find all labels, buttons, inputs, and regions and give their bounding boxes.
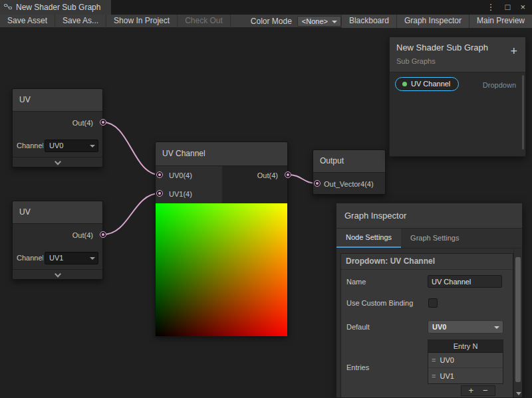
entries-list-header: Entry N [428,340,503,353]
port-uvchannel-in-uv1[interactable] [156,190,163,197]
default-dropdown[interactable]: UV0 [428,320,503,334]
drag-handle-icon[interactable]: = [428,356,440,364]
maximize-icon[interactable]: □ [505,0,511,15]
blackboard-title: New Shader Sub Graph [396,43,488,52]
shader-graph-icon [4,1,12,13]
tab-node-settings[interactable]: Node Settings [336,229,401,248]
port-uvchannel-out[interactable] [285,171,291,178]
add-property-button[interactable]: + [510,45,517,57]
use-custom-binding-checkbox[interactable] [428,298,438,308]
uv-preview-gradient [156,203,287,336]
entry-row-uv0[interactable]: = UV0 [428,353,503,368]
node-title[interactable]: UV [13,201,102,224]
save-as-button[interactable]: Save As... [55,15,106,28]
titlebar: New Shader Sub Graph ⋮ □ × [0,0,532,15]
node-title[interactable]: UV Channel [156,142,287,166]
entry-label: UV0 [440,356,454,364]
name-label: Name [346,277,366,286]
node-title[interactable]: UV [13,89,102,112]
node-uv-top[interactable]: UV Out(4) Channel UV0 [12,88,103,167]
blackboard-header[interactable]: New Shader Sub Graph Sub Graphs + [390,37,525,72]
name-input[interactable] [428,275,502,288]
channel-row: Channel UV1 [13,247,102,269]
node-output-row: Out(4) [13,224,102,247]
use-custom-binding-label: Use Custom Binding [346,298,420,308]
channel-label: Channel [17,142,43,149]
name-field-row: Name [341,275,513,296]
entry-label: UV1 [440,372,454,380]
node-output[interactable]: Output Out_Vector4(4) [313,149,386,195]
collapse-strip[interactable] [13,269,102,280]
dropdown-settings-group: Dropdown: UV Channel Name Use Custom Bin… [340,253,513,398]
chevron-down-icon [494,326,499,329]
blackboard-item-label: UV Channel [411,80,450,88]
custom-binding-row: Use Custom Binding [341,296,513,320]
toolbar-right-group: Blackboard Graph Inspector Main Preview [341,15,532,28]
check-out-button: Check Out [178,15,231,28]
color-mode-dropdown[interactable]: <None> [297,16,341,27]
entries-list-footer: + − [461,385,495,396]
output-row: Out(4) [257,166,278,185]
node-uv-channel[interactable]: UV Channel UV0(4) UV1(4) Out(4) [155,142,288,336]
close-icon[interactable]: × [520,0,525,15]
window-controls: ⋮ □ × [487,0,532,15]
entries-label: Entries [346,363,369,371]
scroll-down-arrow-icon[interactable] [516,392,521,395]
node-uv-bottom[interactable]: UV Out(4) Channel UV1 [12,201,103,280]
blackboard-content: UV Channel Dropdown [390,72,525,156]
input-row-uv1: UV1(4) [156,185,222,203]
edge-uv0-to-uvchannel[interactable] [103,122,160,175]
blackboard-panel: New Shader Sub Graph Sub Graphs + UV Cha… [389,37,526,157]
channel-value: UV0 [49,142,63,149]
remove-entry-button[interactable]: − [483,386,488,395]
save-asset-button[interactable]: Save Asset [0,15,55,28]
collapse-chevron-icon [55,271,61,278]
blackboard-item-type: Dropdown [483,81,516,89]
chevron-down-icon [332,21,337,23]
default-value: UV0 [432,323,446,331]
inspector-title[interactable]: Graph Inspector [336,203,522,229]
add-entry-button[interactable]: + [468,386,473,395]
toolbar: Save Asset Save As... Show In Project Ch… [0,15,532,28]
scrollbar-thumb[interactable] [515,257,521,382]
unity-shader-graph-window: New Shader Sub Graph ⋮ □ × Save Asset Sa… [0,0,532,398]
menu-icon[interactable]: ⋮ [487,0,495,15]
color-mode-value: <None> [302,17,328,25]
tab-graph-settings[interactable]: Graph Settings [401,229,468,248]
port-output-in[interactable] [314,180,321,187]
group-title: Dropdown: UV Channel [341,254,513,270]
port-uv-top-out[interactable] [100,119,106,126]
port-uvchannel-in-uv0[interactable] [156,171,163,178]
graph-inspector-toggle-button[interactable]: Graph Inspector [396,15,469,28]
collapse-strip[interactable] [13,157,102,167]
blackboard-subtitle: Sub Graphs [396,57,436,65]
entries-list: Entry N = UV0 = UV1 + [428,340,503,396]
blackboard-item-uv-channel[interactable]: UV Channel [395,77,459,91]
channel-value: UV1 [49,254,63,262]
entry-row-uv1[interactable]: = UV1 [428,368,503,383]
drag-handle-icon[interactable]: = [428,372,440,380]
default-label: Default [346,322,370,332]
exposed-dot-icon [402,82,407,86]
inspector-scrollbar[interactable] [513,249,522,397]
blackboard-toggle-button[interactable]: Blackboard [341,15,396,28]
node-output-row: Out(4) [13,112,102,134]
document-tab[interactable]: New Shader Sub Graph [0,0,111,15]
node-title[interactable]: Output [313,150,385,173]
channel-label: Channel [17,254,43,262]
graph-canvas[interactable]: UV Out(4) Channel UV0 UV Out(4) Channel … [0,28,532,398]
input-row: Out_Vector4(4) [313,173,385,195]
blackboard-scrollbar[interactable] [522,75,524,149]
entries-row: Entries Entry N = UV0 = UV1 [341,340,513,398]
port-uv-bottom-out[interactable] [100,231,106,238]
edge-uv1-to-uvchannel[interactable] [103,193,160,235]
show-in-project-button[interactable]: Show In Project [106,15,178,28]
collapse-chevron-icon [55,159,61,165]
main-preview-toggle-button[interactable]: Main Preview [469,15,532,28]
input-row-uv0: UV0(4) [156,166,222,185]
chevron-down-icon [90,257,95,260]
channel-dropdown[interactable]: UV0 [45,140,98,152]
channel-dropdown[interactable]: UV1 [45,252,98,264]
color-mode-label: Color Mode [231,17,297,26]
chevron-down-icon [90,145,95,148]
